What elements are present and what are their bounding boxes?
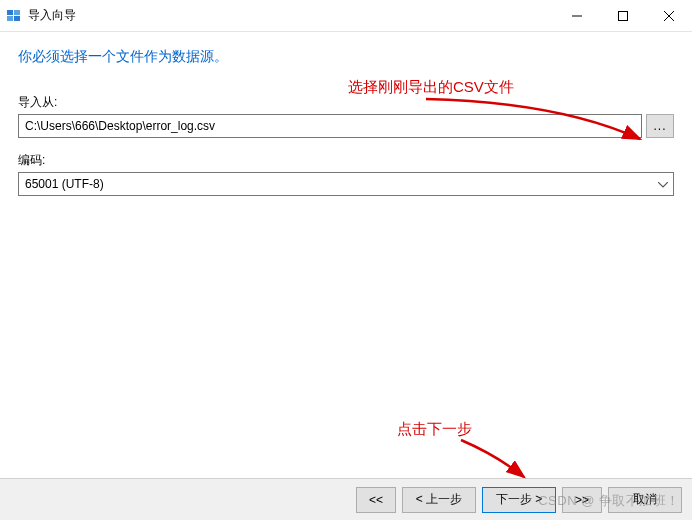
wizard-footer: << < 上一步 下一步 > >> 取消 bbox=[0, 478, 692, 520]
instruction-text: 你必须选择一个文件作为数据源。 bbox=[18, 48, 674, 66]
browse-button[interactable]: ... bbox=[646, 114, 674, 138]
window-controls bbox=[554, 0, 692, 31]
svg-rect-2 bbox=[7, 16, 13, 21]
encoding-select[interactable] bbox=[18, 172, 674, 196]
prev-button[interactable]: < 上一步 bbox=[402, 487, 476, 513]
next-button[interactable]: 下一步 > bbox=[482, 487, 556, 513]
svg-rect-0 bbox=[7, 10, 13, 15]
titlebar: 导入向导 bbox=[0, 0, 692, 32]
maximize-button[interactable] bbox=[600, 0, 646, 32]
encoding-label: 编码: bbox=[18, 152, 674, 169]
import-from-input[interactable] bbox=[18, 114, 642, 138]
svg-rect-3 bbox=[14, 16, 20, 21]
svg-rect-5 bbox=[619, 12, 628, 21]
cancel-button[interactable]: 取消 bbox=[608, 487, 682, 513]
dialog-content: 你必须选择一个文件作为数据源。 导入从: ... 编码: bbox=[0, 32, 692, 478]
minimize-button[interactable] bbox=[554, 0, 600, 32]
svg-rect-1 bbox=[14, 10, 20, 15]
close-button[interactable] bbox=[646, 0, 692, 32]
app-icon bbox=[6, 8, 22, 24]
first-button[interactable]: << bbox=[356, 487, 396, 513]
import-from-label: 导入从: bbox=[18, 94, 674, 111]
window-title: 导入向导 bbox=[28, 7, 554, 24]
last-button[interactable]: >> bbox=[562, 487, 602, 513]
